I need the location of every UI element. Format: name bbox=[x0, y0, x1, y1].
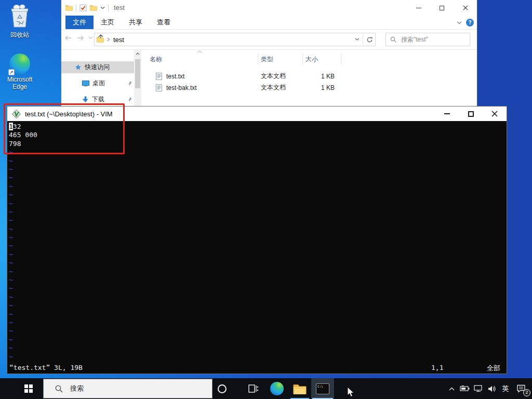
desktop-icon bbox=[82, 81, 89, 87]
column-separator[interactable] bbox=[341, 53, 341, 64]
desktop: 回收站 ↗ Microsoft Edge bbox=[0, 0, 532, 399]
vim-status-cursor-position: 1,1 bbox=[431, 364, 443, 371]
taskbar-search-placeholder: 搜索 bbox=[70, 384, 84, 393]
separator bbox=[76, 4, 76, 11]
tray-volume-button[interactable] bbox=[485, 378, 499, 399]
vim-tilde-line: ~ bbox=[9, 268, 507, 276]
tray-network-button[interactable] bbox=[472, 378, 485, 399]
vim-tilde-line: ~ bbox=[9, 353, 507, 361]
file-row-test-txt[interactable]: test.txt 文本文档 1 KB bbox=[141, 71, 477, 82]
tab-view[interactable]: 查看 bbox=[150, 16, 178, 29]
desktop-icon-label: 回收站 bbox=[3, 31, 37, 38]
close-button[interactable] bbox=[483, 107, 507, 121]
vim-tilde-line: ~ bbox=[9, 216, 507, 224]
sidebar-item-quick-access[interactable]: 快速访问 bbox=[61, 61, 134, 73]
scrollbar-thumb[interactable] bbox=[135, 59, 140, 88]
forward-button[interactable] bbox=[76, 35, 84, 41]
minimize-icon bbox=[444, 113, 450, 114]
column-header-name[interactable]: 名称 bbox=[150, 55, 162, 64]
edge-icon bbox=[270, 382, 284, 395]
file-type: 文本文档 bbox=[261, 83, 286, 92]
desktop-icon-recycle-bin[interactable]: 回收站 bbox=[3, 4, 37, 38]
close-icon bbox=[463, 5, 468, 10]
vim-status-file-info: “test.txt” 3L, 19B bbox=[9, 364, 83, 371]
taskbar-search-input[interactable]: 搜索 bbox=[43, 379, 212, 398]
file-name: test-bak.txt bbox=[166, 84, 197, 91]
folder-icon bbox=[97, 36, 104, 43]
breadcrumb[interactable]: test bbox=[113, 36, 124, 44]
tray-battery-button[interactable] bbox=[458, 378, 472, 399]
desktop-icon-edge[interactable]: ↗ Microsoft Edge bbox=[3, 54, 37, 90]
help-icon[interactable]: ? bbox=[466, 19, 474, 26]
tray-ime-button[interactable]: 英 bbox=[499, 378, 512, 399]
maximize-button[interactable] bbox=[430, 0, 454, 16]
desktop-icon-label: Edge bbox=[3, 83, 37, 90]
address-bar[interactable]: test bbox=[94, 33, 376, 46]
file-size: 1 KB bbox=[297, 84, 335, 91]
recycle-bin-icon bbox=[9, 4, 31, 28]
tab-share[interactable]: 共享 bbox=[122, 16, 150, 29]
close-button[interactable] bbox=[454, 0, 477, 16]
column-header-size[interactable]: 大小 bbox=[305, 55, 318, 64]
tab-file[interactable]: 文件 bbox=[65, 16, 94, 29]
start-button[interactable] bbox=[0, 378, 43, 399]
annotation-rectangle bbox=[4, 103, 125, 154]
sidebar-item-label: 下载 bbox=[92, 95, 104, 104]
tray-chevron-button[interactable] bbox=[445, 378, 458, 399]
refresh-icon[interactable] bbox=[366, 36, 373, 43]
vim-tilde-line: ~ bbox=[9, 301, 507, 310]
scroll-up-icon[interactable] bbox=[136, 52, 140, 55]
minimize-button[interactable] bbox=[407, 0, 430, 16]
vim-tilde-line: ~ bbox=[9, 259, 507, 267]
column-separator[interactable] bbox=[302, 53, 303, 64]
task-view-button[interactable] bbox=[242, 378, 265, 399]
edge-icon: ↗ bbox=[9, 54, 30, 74]
vim-tilde-line: ~ bbox=[9, 276, 507, 284]
tab-home[interactable]: 主页 bbox=[94, 16, 122, 29]
search-placeholder: 搜索"test" bbox=[401, 35, 428, 44]
minimize-button[interactable] bbox=[435, 107, 459, 121]
explorer-titlebar[interactable]: test bbox=[61, 0, 477, 16]
vim-tilde-line: ~ bbox=[9, 318, 507, 327]
pin-icon bbox=[127, 81, 132, 86]
column-header-type[interactable]: 类型 bbox=[261, 55, 273, 64]
ribbon-expand-chevron-icon[interactable] bbox=[457, 21, 462, 24]
column-separator[interactable] bbox=[258, 53, 258, 64]
speaker-icon bbox=[488, 385, 496, 392]
vim-tilde-line: ~ bbox=[9, 174, 507, 182]
taskbar-explorer-button[interactable] bbox=[288, 378, 311, 399]
console-icon: C:\ bbox=[316, 383, 329, 394]
quick-access-check-icon[interactable] bbox=[79, 4, 87, 11]
cortana-button[interactable] bbox=[210, 378, 233, 399]
close-icon bbox=[491, 111, 498, 117]
vim-tilde-line: ~ bbox=[9, 250, 507, 259]
vim-tilde-line: ~ bbox=[9, 242, 507, 250]
vim-tilde-line: ~ bbox=[9, 225, 507, 233]
vim-buffer[interactable]: 132465 000798~~~~~~~~~~~~~~~~~~~~~~~~~ bbox=[7, 121, 507, 362]
chevron-down-icon[interactable] bbox=[100, 6, 105, 9]
vim-tilde-line: ~ bbox=[9, 344, 507, 352]
maximize-button[interactable] bbox=[459, 107, 483, 121]
minimize-icon bbox=[416, 8, 421, 8]
maximize-icon bbox=[440, 6, 444, 10]
recent-locations-chevron-icon[interactable] bbox=[88, 36, 93, 39]
file-row-test-bak-txt[interactable]: test-bak.txt 文本文档 1 KB bbox=[141, 82, 477, 93]
sidebar-item-desktop[interactable]: 桌面 bbox=[61, 77, 134, 89]
file-name: test.txt bbox=[166, 73, 184, 80]
pin-icon bbox=[127, 97, 132, 102]
address-dropdown-chevron-icon[interactable] bbox=[355, 38, 360, 41]
breadcrumb-chevron-icon bbox=[107, 37, 110, 42]
folder-icon[interactable] bbox=[90, 5, 97, 11]
back-button[interactable] bbox=[64, 35, 72, 41]
taskbar-edge-button[interactable] bbox=[265, 378, 288, 399]
folder-icon bbox=[65, 5, 73, 11]
sidebar-item-label: 快速访问 bbox=[85, 63, 110, 72]
text-file-icon bbox=[156, 84, 162, 91]
vim-tilde-line: ~ bbox=[9, 293, 507, 301]
search-input[interactable]: 搜索"test" bbox=[385, 33, 470, 46]
search-icon bbox=[390, 36, 396, 43]
action-center-button[interactable]: 2 bbox=[512, 378, 530, 399]
file-explorer-icon bbox=[293, 383, 307, 394]
taskbar-console-button[interactable]: C:\ bbox=[311, 378, 334, 399]
vim-tilde-line: ~ bbox=[9, 208, 507, 216]
